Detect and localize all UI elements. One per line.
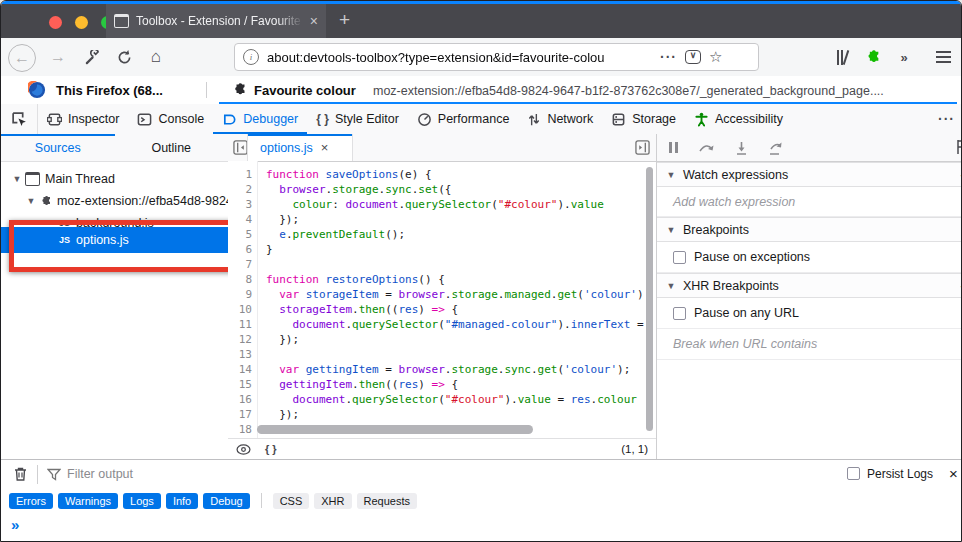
console-filter-requests[interactable]: Requests (357, 493, 417, 509)
xhr-breakpoints-header[interactable]: ▼ XHR Breakpoints + (657, 273, 962, 298)
tab-close-button[interactable]: × (310, 14, 318, 28)
line-number[interactable]: 9 (228, 287, 252, 302)
tab-storage[interactable]: Storage (602, 104, 685, 134)
line-number[interactable]: 2 (228, 182, 252, 197)
extension-button[interactable] (859, 44, 885, 70)
pretty-print-button[interactable]: { } (265, 443, 277, 455)
line-number[interactable]: 10 (228, 302, 252, 317)
extension-name[interactable]: Favourite colour (254, 83, 356, 98)
code-line[interactable] (266, 257, 656, 272)
pocket-icon[interactable]: ∨ (685, 50, 701, 64)
blackbox-flag-icon[interactable] (956, 139, 962, 155)
line-number[interactable]: 12 (228, 332, 252, 347)
toolbar-overflow-button[interactable]: » (891, 44, 917, 70)
url-text[interactable]: about:devtools-toolbox?type=extension&id… (267, 50, 652, 65)
library-button[interactable] (829, 44, 855, 70)
console-filter-errors[interactable]: Errors (9, 493, 53, 509)
collapse-sources-pane-button[interactable] (233, 140, 248, 155)
blackbox-eye-icon[interactable] (236, 444, 251, 455)
editor-vertical-scrollbar[interactable] (646, 167, 653, 431)
page-actions-icon[interactable]: ··· (660, 49, 677, 65)
code-line[interactable] (266, 347, 656, 362)
console-filter-css[interactable]: CSS (273, 493, 310, 509)
code-line[interactable]: function restoreOptions() { (266, 272, 656, 287)
runtime-tab-label[interactable]: This Firefox (68... (56, 83, 163, 98)
expand-caret-icon[interactable]: ▼ (25, 196, 37, 206)
new-tab-button[interactable]: + (339, 9, 350, 31)
url-bar[interactable]: i about:devtools-toolbox?type=extension&… (234, 43, 759, 71)
bookmark-star-icon[interactable]: ☆ (709, 48, 722, 66)
tab-network[interactable]: Network (518, 104, 602, 134)
line-number[interactable]: 15 (228, 377, 252, 392)
console-input-row[interactable]: » (1, 512, 961, 542)
console-filter-info[interactable]: Info (166, 493, 198, 509)
code-line[interactable]: storageItem.then((res) => { (266, 302, 656, 317)
step-out-button[interactable] (768, 141, 783, 155)
developer-tools-button[interactable] (79, 44, 105, 70)
code-line[interactable]: document.querySelector("#colour").value … (266, 392, 656, 407)
code-line[interactable]: document.querySelector("#managed-colour"… (266, 317, 656, 332)
code-line[interactable]: browser.storage.sync.set({ (266, 182, 656, 197)
macos-minimize-button[interactable] (75, 16, 88, 29)
line-number[interactable]: 14 (228, 362, 252, 377)
step-over-button[interactable] (698, 141, 715, 154)
pick-element-button[interactable] (1, 104, 38, 134)
watch-expression-input[interactable]: Add watch expression (657, 187, 962, 217)
line-number[interactable]: 18 (228, 422, 252, 437)
persist-logs-checkbox[interactable] (847, 467, 860, 480)
console-filter-xhr[interactable]: XHR (314, 493, 351, 509)
tree-item-moz-extension[interactable]: ▼ moz-extension://efba54d8-9824 (1, 190, 228, 212)
tab-sources[interactable]: Sources (1, 134, 115, 161)
tab-debugger[interactable]: Debugger (213, 104, 307, 134)
line-number[interactable]: 1 (228, 167, 252, 182)
editor-horizontal-scrollbar[interactable] (257, 425, 533, 434)
code-line[interactable]: colour: document.querySelector("#colour"… (266, 197, 656, 212)
line-number[interactable]: 11 (228, 317, 252, 332)
tree-item-main-thread[interactable]: ▼ Main Thread (1, 168, 228, 190)
line-number[interactable]: 3 (228, 197, 252, 212)
clear-console-trash-icon[interactable] (13, 466, 28, 482)
line-number[interactable]: 5 (228, 227, 252, 242)
code-line[interactable]: var storageItem = browser.storage.manage… (266, 287, 656, 302)
code-line[interactable]: } (266, 242, 656, 257)
code-line[interactable]: var gettingItem = browser.storage.sync.g… (266, 362, 656, 377)
editor-code[interactable]: function saveOptions(e) { browser.storag… (259, 161, 656, 438)
browser-tab[interactable]: Toolbox - Extension / Favourite × (106, 4, 326, 38)
tab-style-editor[interactable]: { } Style Editor (307, 104, 408, 134)
xhr-breakpoint-input[interactable]: Break when URL contains (657, 329, 962, 360)
tab-inspector[interactable]: Inspector (38, 104, 128, 134)
line-number[interactable]: 4 (228, 212, 252, 227)
code-line[interactable]: }); (266, 332, 656, 347)
editor-tab-options-js[interactable]: options.js × (247, 134, 353, 161)
pause-on-any-url-checkbox[interactable] (673, 307, 686, 320)
code-line[interactable]: function saveOptions(e) { (266, 167, 656, 182)
line-number[interactable]: 7 (228, 257, 252, 272)
line-number[interactable]: 13 (228, 347, 252, 362)
code-line[interactable]: }); (266, 407, 656, 422)
filter-output-input[interactable]: Filter output (67, 467, 133, 481)
console-filter-logs[interactable]: Logs (123, 493, 161, 509)
watch-expressions-header[interactable]: ▼ Watch expressions + (657, 162, 962, 187)
home-button[interactable]: ⌂ (143, 44, 169, 70)
pause-on-exceptions-checkbox[interactable] (673, 251, 686, 264)
tab-console[interactable]: Console (128, 104, 213, 134)
line-number[interactable]: 6 (228, 242, 252, 257)
line-number[interactable]: 17 (228, 407, 252, 422)
forward-button[interactable]: → (45, 44, 71, 70)
tab-performance[interactable]: Performance (408, 104, 519, 134)
step-in-button[interactable] (735, 141, 748, 155)
console-filter-warnings[interactable]: Warnings (58, 493, 118, 509)
code-line[interactable]: gettingItem.then((res) => { (266, 377, 656, 392)
back-button[interactable]: ← (8, 44, 36, 72)
tab-accessibility[interactable]: Accessibility (685, 104, 792, 134)
reload-button[interactable] (111, 44, 137, 70)
devtools-more-tools-button[interactable]: ··· (938, 111, 955, 127)
tab-outline[interactable]: Outline (115, 134, 229, 161)
expand-caret-icon[interactable]: ▼ (11, 174, 23, 184)
line-number[interactable]: 8 (228, 272, 252, 287)
breakpoints-header[interactable]: ▼ Breakpoints (657, 217, 962, 242)
menu-button[interactable] (930, 44, 956, 70)
editor-tab-close-button[interactable]: × (321, 140, 329, 155)
macos-close-button[interactable] (49, 16, 62, 29)
expand-panes-button[interactable] (635, 140, 650, 155)
